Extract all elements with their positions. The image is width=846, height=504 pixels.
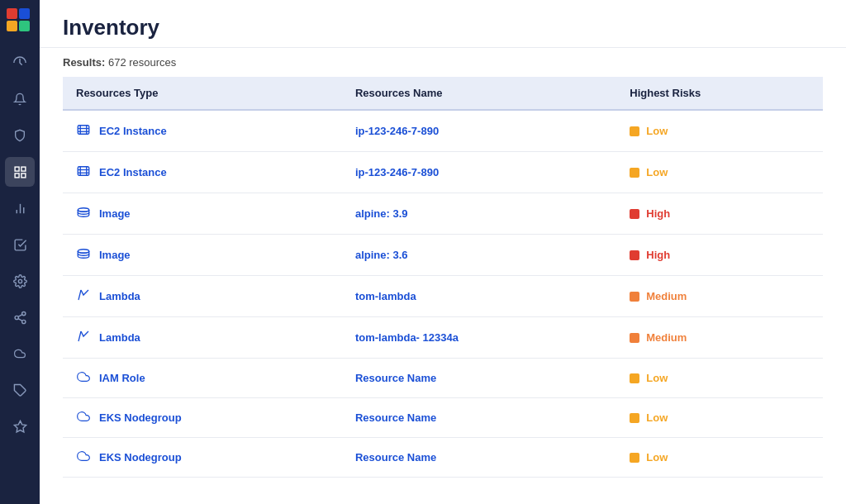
- table-row[interactable]: Lambda tom-lambda Medium: [63, 276, 823, 317]
- row-0-risk-cell: Low: [616, 110, 823, 152]
- resource-type-icon-image: [76, 246, 91, 264]
- row-0-type-cell: EC2 Instance: [63, 110, 342, 152]
- resource-name[interactable]: Resource Name: [355, 411, 436, 424]
- risk-label: Medium: [646, 290, 687, 302]
- risk-label: High: [646, 249, 670, 261]
- row-0-name-cell[interactable]: ip-123-246-7-890: [342, 110, 616, 152]
- resource-type-label: IAM Role: [99, 372, 145, 384]
- page-title: Inventory: [63, 15, 823, 40]
- resource-type-icon-image: [76, 205, 91, 222]
- svg-rect-2: [15, 173, 19, 177]
- svg-rect-3: [21, 173, 25, 177]
- sidebar-item-settings[interactable]: [5, 266, 35, 296]
- sidebar-item-alerts[interactable]: [5, 84, 35, 114]
- table-row[interactable]: EC2 Instance ip-123-246-7-890 Low: [63, 152, 823, 193]
- risk-dot: [630, 250, 639, 260]
- sidebar-item-shield[interactable]: [5, 121, 35, 150]
- resource-type-label: EC2 Instance: [99, 166, 167, 178]
- svg-line-12: [18, 314, 22, 316]
- row-8-name-cell[interactable]: Resource Name: [342, 438, 616, 478]
- table-row[interactable]: EKS Nodegroup Resource Name Low: [63, 398, 823, 438]
- sidebar-item-inventory[interactable]: [5, 157, 35, 187]
- risk-dot: [630, 333, 639, 343]
- risk-label: Low: [646, 451, 668, 464]
- svg-line-11: [18, 318, 22, 321]
- sidebar-item-compliance[interactable]: [5, 230, 35, 259]
- table-row[interactable]: EKS Nodegroup Resource Name Low: [63, 438, 823, 478]
- svg-rect-1: [21, 167, 25, 171]
- resource-name[interactable]: alpine: 3.6: [355, 249, 408, 261]
- row-7-risk-cell: Low: [616, 398, 823, 438]
- svg-point-8: [21, 311, 25, 315]
- row-7-type-cell: EKS Nodegroup: [63, 398, 342, 438]
- row-5-risk-cell: Medium: [616, 317, 823, 359]
- resource-name[interactable]: ip-123-246-7-890: [355, 166, 439, 178]
- sidebar-item-integrations[interactable]: [5, 302, 35, 332]
- col-highest-risks[interactable]: Highest Risks: [616, 77, 823, 110]
- risk-dot: [630, 373, 639, 383]
- resource-type-label: Image: [99, 249, 131, 261]
- table-header-row: Resources Type Resources Name Highest Ri…: [63, 77, 823, 110]
- row-1-name-cell[interactable]: ip-123-246-7-890: [342, 152, 616, 193]
- results-label: Results:: [63, 56, 105, 69]
- risk-label: Low: [646, 125, 668, 137]
- svg-point-9: [15, 316, 18, 319]
- table-row[interactable]: Lambda tom-lambda- 12334a Medium: [63, 317, 823, 359]
- row-3-name-cell[interactable]: alpine: 3.6: [342, 235, 616, 276]
- risk-dot: [630, 413, 639, 423]
- row-1-risk-cell: Low: [616, 152, 823, 193]
- resource-name[interactable]: alpine: 3.9: [355, 207, 408, 220]
- svg-point-10: [21, 320, 25, 323]
- resource-type-icon-cloud: [76, 449, 91, 465]
- inventory-table: Resources Type Resources Name Highest Ri…: [63, 77, 823, 478]
- results-count: 672 resources: [108, 56, 176, 69]
- table-row[interactable]: IAM Role Resource Name Low: [63, 359, 823, 398]
- resource-type-icon-cloud: [76, 370, 91, 386]
- risk-dot: [630, 292, 639, 302]
- row-2-type-cell: Image: [63, 193, 342, 235]
- row-5-name-cell[interactable]: tom-lambda- 12334a: [342, 317, 616, 359]
- sidebar-item-starred[interactable]: [5, 411, 35, 441]
- col-resources-type[interactable]: Resources Type: [63, 77, 342, 110]
- sidebar-item-home[interactable]: [5, 48, 35, 78]
- table-row[interactable]: Image alpine: 3.9 High: [63, 193, 823, 235]
- resource-name[interactable]: tom-lambda: [355, 290, 416, 302]
- resource-name[interactable]: tom-lambda- 12334a: [355, 331, 459, 344]
- resource-type-icon-lambda: [76, 288, 91, 305]
- risk-label: Low: [646, 166, 668, 178]
- row-8-risk-cell: Low: [616, 438, 823, 478]
- row-5-type-cell: Lambda: [63, 317, 342, 359]
- row-6-name-cell[interactable]: Resource Name: [342, 359, 616, 398]
- risk-label: High: [646, 207, 670, 220]
- resource-name[interactable]: Resource Name: [355, 451, 436, 464]
- resource-type-icon-lambda: [76, 329, 91, 346]
- risk-dot: [630, 126, 639, 136]
- table-row[interactable]: EC2 Instance ip-123-246-7-890 Low: [63, 110, 823, 152]
- row-2-name-cell[interactable]: alpine: 3.9: [342, 193, 616, 235]
- svg-point-7: [18, 279, 21, 283]
- row-4-type-cell: Lambda: [63, 276, 342, 317]
- row-4-risk-cell: Medium: [616, 276, 823, 317]
- risk-dot: [630, 168, 639, 178]
- resource-name[interactable]: ip-123-246-7-890: [355, 125, 439, 137]
- resource-type-label: EKS Nodegroup: [99, 411, 182, 424]
- row-3-type-cell: Image: [63, 235, 342, 276]
- risk-label: Low: [646, 411, 668, 424]
- row-2-risk-cell: High: [616, 193, 823, 235]
- row-3-risk-cell: High: [616, 235, 823, 276]
- sidebar-item-chart[interactable]: [5, 193, 35, 223]
- main-content: Inventory Results: 672 resources Resourc…: [40, 0, 846, 504]
- col-resources-name[interactable]: Resources Name: [342, 77, 616, 110]
- resource-name[interactable]: Resource Name: [355, 372, 436, 384]
- sidebar-item-cloud[interactable]: [5, 339, 35, 368]
- row-4-name-cell[interactable]: tom-lambda: [342, 276, 616, 317]
- risk-dot: [630, 453, 639, 463]
- svg-rect-20: [78, 167, 89, 176]
- row-7-name-cell[interactable]: Resource Name: [342, 398, 616, 438]
- table-row[interactable]: Image alpine: 3.6 High: [63, 235, 823, 276]
- resource-type-icon-cloud: [76, 410, 91, 426]
- resource-type-label: Lambda: [99, 331, 140, 344]
- results-bar: Results: 672 resources: [40, 48, 846, 77]
- sidebar-item-tags[interactable]: [5, 375, 35, 405]
- row-6-type-cell: IAM Role: [63, 359, 342, 398]
